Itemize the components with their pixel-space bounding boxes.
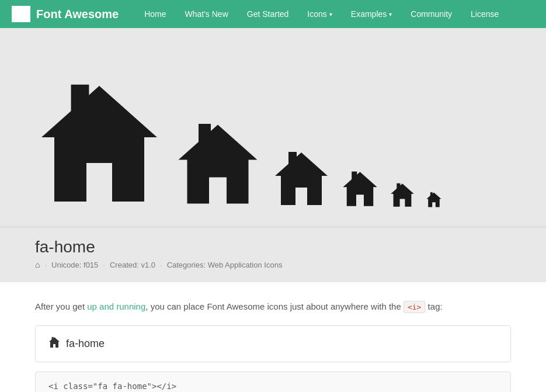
demo-house-icon bbox=[48, 337, 60, 351]
icon-meta-house: ⌂ bbox=[35, 260, 40, 269]
house-icon-md bbox=[272, 150, 331, 209]
svg-rect-9 bbox=[397, 183, 400, 190]
i-tag-code: <i> bbox=[404, 301, 425, 313]
description-end: tag: bbox=[425, 301, 442, 311]
icons-dropdown-arrow: ▾ bbox=[329, 11, 332, 18]
svg-rect-1 bbox=[71, 85, 89, 116]
main-content: After you get up and running, you can pl… bbox=[0, 282, 546, 392]
examples-dropdown-arrow: ▾ bbox=[389, 11, 392, 18]
house-icon-sm bbox=[341, 170, 379, 209]
icon-info-bar: fa-home ⌂ · Unicode: f015 · Created: v1.… bbox=[0, 227, 546, 282]
icon-created: Created: v1.0 bbox=[110, 261, 155, 269]
brand-logo[interactable]: ⚑ Font Awesome bbox=[12, 6, 119, 22]
svg-marker-10 bbox=[426, 192, 441, 207]
house-icon-xxs bbox=[426, 192, 442, 209]
house-icon-xs bbox=[389, 182, 415, 209]
description-text: After you get up and running, you can pl… bbox=[35, 300, 511, 314]
nav-icons[interactable]: Icons ▾ bbox=[299, 5, 340, 23]
demo-icon-label: fa-home bbox=[66, 338, 105, 350]
nav-get-started[interactable]: Get Started bbox=[239, 5, 297, 23]
hero-section bbox=[0, 28, 546, 227]
code-snippet-box: <i class="fa fa-home"></i> bbox=[35, 372, 511, 392]
svg-rect-5 bbox=[288, 152, 297, 166]
nav-whats-new[interactable]: What's New bbox=[177, 5, 237, 23]
svg-rect-3 bbox=[199, 124, 211, 145]
icon-sizes-display bbox=[35, 79, 442, 209]
svg-rect-13 bbox=[52, 337, 54, 340]
svg-marker-6 bbox=[343, 172, 377, 206]
icon-demo-box: fa-home bbox=[35, 325, 511, 362]
nav-links: Home What's New Get Started Icons ▾ Exam… bbox=[136, 5, 507, 23]
navbar: ⚑ Font Awesome Home What's New Get Start… bbox=[0, 0, 546, 28]
description-mid: , you can place Font Awesome icons just … bbox=[145, 301, 404, 311]
icon-metadata: ⌂ · Unicode: f015 · Created: v1.0 · Cate… bbox=[35, 260, 511, 269]
svg-marker-4 bbox=[275, 152, 328, 205]
brand-name: Font Awesome bbox=[36, 8, 119, 21]
svg-rect-11 bbox=[430, 192, 433, 196]
svg-marker-12 bbox=[49, 337, 60, 348]
nav-license[interactable]: License bbox=[462, 5, 507, 23]
nav-community[interactable]: Community bbox=[402, 5, 460, 23]
brand-icon: ⚑ bbox=[12, 6, 30, 22]
up-and-running-link[interactable]: up and running bbox=[87, 301, 145, 311]
house-icon-lg bbox=[174, 120, 262, 209]
icon-name: fa-home bbox=[35, 238, 511, 256]
code-snippet: <i class="fa fa-home"></i> bbox=[48, 381, 176, 391]
svg-marker-8 bbox=[391, 183, 414, 207]
description-start: After you get bbox=[35, 301, 87, 311]
house-icon-xl bbox=[35, 79, 164, 209]
icon-unicode: Unicode: f015 bbox=[51, 261, 98, 269]
svg-marker-2 bbox=[179, 125, 258, 204]
nav-examples[interactable]: Examples ▾ bbox=[343, 5, 400, 23]
svg-rect-7 bbox=[352, 172, 357, 181]
nav-home[interactable]: Home bbox=[136, 5, 174, 23]
svg-marker-0 bbox=[41, 86, 157, 202]
icon-categories: Categories: Web Application Icons bbox=[167, 261, 283, 269]
